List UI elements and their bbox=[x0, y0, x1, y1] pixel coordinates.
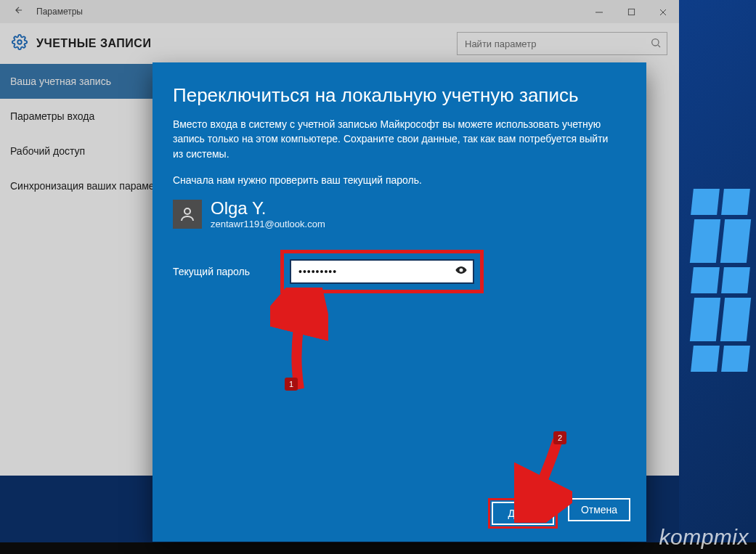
password-label: Текущий пароль bbox=[173, 266, 275, 277]
user-name: Olga Y. bbox=[211, 199, 325, 218]
person-icon bbox=[179, 205, 196, 223]
dialog-description: Вместо входа в систему с учетной записью… bbox=[173, 117, 616, 161]
windows-logo-icon bbox=[692, 189, 756, 376]
dialog-title: Переключиться на локальную учетную запис… bbox=[173, 84, 626, 107]
user-row: Olga Y. zentawr1191@outlook.com bbox=[173, 199, 626, 229]
taskbar bbox=[0, 542, 756, 554]
password-row: Текущий пароль bbox=[173, 250, 626, 293]
annotation-number-1: 1 bbox=[285, 378, 298, 391]
cancel-button[interactable]: Отмена bbox=[568, 498, 630, 521]
user-email: zentawr1191@outlook.com bbox=[211, 219, 325, 229]
reveal-password-icon[interactable] bbox=[454, 263, 468, 280]
svg-point-5 bbox=[184, 208, 190, 214]
annotation-arrow-1 bbox=[270, 288, 328, 396]
annotation-number-2: 2 bbox=[553, 431, 566, 444]
desktop-background bbox=[679, 0, 756, 554]
watermark: kompmix bbox=[659, 525, 749, 550]
annotation-arrow-2 bbox=[514, 436, 572, 523]
switch-local-account-dialog: Переключиться на локальную учетную запис… bbox=[153, 62, 646, 542]
password-highlight bbox=[280, 250, 484, 293]
current-password-input[interactable] bbox=[290, 259, 474, 284]
avatar bbox=[173, 200, 202, 229]
dialog-note: Сначала нам нужно проверить ваш текущий … bbox=[173, 173, 616, 187]
